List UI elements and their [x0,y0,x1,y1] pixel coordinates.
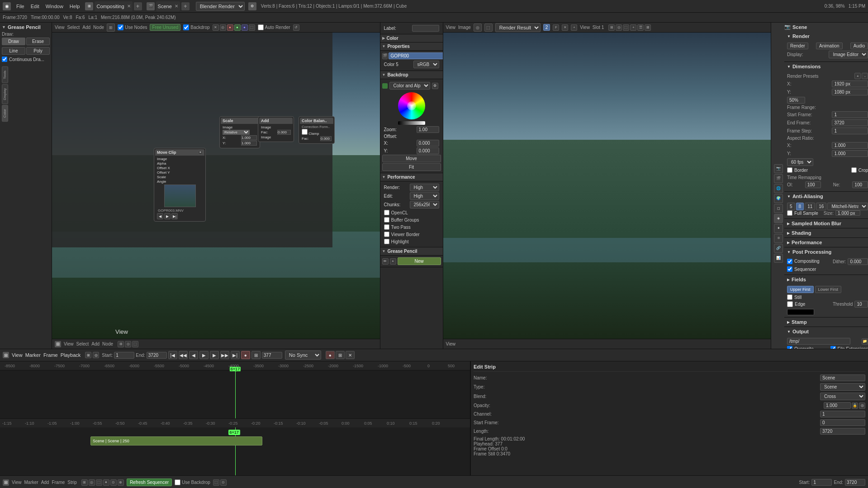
es-type-select[interactable]: Scene [820,383,865,391]
still-checkbox[interactable] [787,294,792,300]
sequencer-strips[interactable]: Scene | Scene | 250 6+17 [0,427,470,475]
stamp-header[interactable]: ▶ Stamp [784,317,868,327]
fi1[interactable]: ⊞ [118,341,124,347]
highlight-checkbox[interactable] [384,239,389,244]
dimensions-header[interactable]: ▼ Dimensions [784,62,868,71]
es-name-input[interactable] [820,374,865,381]
ax-input[interactable] [832,142,868,149]
footer-add[interactable]: Add [91,341,100,346]
footer-node[interactable]: Node [102,341,113,346]
pi-physics[interactable]: ⚛ [774,234,783,243]
sync-select[interactable]: No Sync [285,351,321,360]
rp-performance-header[interactable]: ▶ Performance [784,238,868,247]
ne-icon6[interactable]: ⬚ [249,24,255,31]
close-scene-tab-icon[interactable]: ✕ [175,4,178,9]
tl-extra3[interactable]: ✕ [346,351,355,359]
rvi2[interactable]: ◎ [616,24,622,31]
side-tab-color[interactable]: Color [2,105,8,122]
rv-view2-btn[interactable]: View [580,25,590,30]
pi-particles[interactable]: ✦ [774,224,783,233]
ne-icon4[interactable]: ● [234,24,241,31]
offset-x-input[interactable] [417,140,439,147]
es-blend-select[interactable]: Cross [820,393,865,400]
rvi3[interactable]: ⬚ [623,24,629,31]
rvf-view[interactable]: View [446,341,456,346]
two-pass-checkbox[interactable] [384,224,389,230]
play-jump-start[interactable]: |◀ [168,351,177,359]
tl-start-input[interactable] [114,352,134,359]
bb-i5[interactable]: ⊙ [110,479,117,486]
upper-first-btn[interactable]: Upper First [787,286,814,293]
rv-image-btn[interactable]: Image [458,25,471,30]
editor-type-icon[interactable]: ⊞ [85,2,93,10]
opacity-animate[interactable]: ◎ [859,403,865,409]
render-result-select[interactable]: Render Result [495,23,541,32]
aa-header[interactable]: ▼ Anti-Aliasing [784,192,868,201]
ne-type-icon[interactable]: ⊞ [107,24,115,32]
display-select[interactable]: Image Editor [829,51,868,58]
edge-color-swatch[interactable] [787,309,814,315]
rvi6[interactable]: ⊠ [645,24,651,31]
border-checkbox[interactable] [787,167,792,173]
tl-view[interactable]: View [12,352,23,358]
play-next-frame[interactable]: ▶ [210,351,219,359]
aa-5[interactable]: 5 [787,203,795,210]
chunks-select[interactable]: 256x256 [410,201,439,208]
presets-del[interactable]: - [862,73,868,79]
res-y-input[interactable] [832,89,868,95]
full-sample-checkbox[interactable] [787,210,792,216]
render-select[interactable]: High [410,184,439,191]
menu-window[interactable]: Window [43,3,66,10]
node-viewport[interactable]: Scale Image Relative X: Y: [52,33,380,339]
bb-i1[interactable]: ⊞ [81,479,88,486]
fi2[interactable]: ◎ [125,341,131,347]
tl-icon2[interactable]: ⊞ [85,352,91,358]
rv-view-btn[interactable]: View [446,25,456,30]
color-wheel[interactable] [398,92,425,119]
tl-extra1[interactable]: ● [326,351,335,359]
current-frame-input[interactable] [262,352,282,359]
color-alpha-select[interactable]: Color and Alpha [389,82,430,90]
pi-constraints[interactable]: 🔗 [774,244,783,253]
color-section-header[interactable]: ▶ Color [380,34,443,43]
menu-help[interactable]: Help [67,3,83,10]
fields-header[interactable]: ▶ Fields [784,275,868,284]
move-btn[interactable]: Move [382,155,441,162]
use-nodes-checkbox[interactable] [118,24,123,30]
refresh-seq-btn[interactable]: Refresh Sequencer [127,479,172,486]
tl-extra2[interactable]: ⊞ [336,351,345,359]
output-header[interactable]: ▼ Output [784,327,868,336]
old-input[interactable] [805,181,821,188]
rvi4[interactable]: + [630,24,636,31]
scene-strip[interactable]: Scene | Scene | 250 [90,436,262,445]
ne-icon5[interactable]: ● [242,24,248,31]
performance-section-header[interactable]: ▼ Performance [380,173,443,181]
bb-i4[interactable]: ✦ [103,479,109,486]
bb-frame[interactable]: Frame [52,480,65,485]
es-length-input[interactable] [820,428,865,435]
res-pct-input[interactable] [787,97,805,104]
output-path-input[interactable] [787,338,850,345]
auto-render-checkbox[interactable] [258,24,264,30]
frame-step-input[interactable] [832,128,868,134]
shading-header[interactable]: ▶ Shading [784,228,868,237]
color5-select[interactable]: sRGB [413,61,439,68]
slot-number[interactable]: 2 [543,24,550,31]
ay-input[interactable] [832,150,868,157]
opencl-checkbox[interactable] [384,210,389,215]
ne-icon2[interactable]: ◎ [220,24,226,31]
bb-i3[interactable]: ⬚ [96,479,102,486]
tl-icon[interactable]: ⊞ [3,352,9,358]
render-btn[interactable]: Render [787,43,808,49]
play-prev-frame[interactable]: ◀ [189,351,198,359]
tl-frame[interactable]: Frame [43,352,58,358]
pi-data[interactable]: 📊 [774,254,783,263]
nc-next[interactable]: ▶| [171,213,178,219]
animation-btn[interactable]: Animation [816,43,842,49]
pi-object[interactable]: ◻ [774,204,783,213]
offset-y-input[interactable] [417,147,439,154]
rv-icon2[interactable]: ⬚ [484,24,493,32]
bb-view[interactable]: View [12,480,22,485]
ne-select-btn[interactable]: Select [67,25,80,30]
es-opacity-input[interactable] [824,402,851,409]
